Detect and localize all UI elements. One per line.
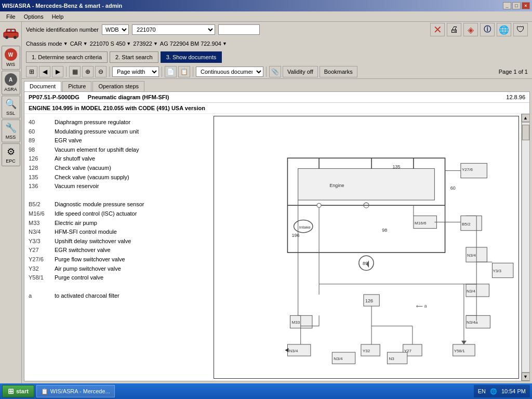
doc-date: 12.8.96 xyxy=(506,94,525,100)
taskbar-app-item[interactable]: 📋 WIS/ASRA - Mercede... xyxy=(36,385,115,397)
scroll-down-button[interactable]: ▼ xyxy=(522,373,530,381)
sidebar: W WIS A ASRA 🔍 SSL 🔧 MSS ⚙ EPC xyxy=(0,22,22,383)
doc-content: PP07.51-P-5000DG Pneumatic diagram (HFM-… xyxy=(24,91,530,381)
sidebar-item-wis[interactable]: W WIS xyxy=(2,46,20,70)
separator5 xyxy=(266,66,267,77)
bookmarks-button[interactable]: Bookmarks xyxy=(320,66,357,77)
step3-button[interactable]: 3. Show documents xyxy=(161,51,222,63)
taskbar-system-tray: EN 🌐 10:54 PM xyxy=(474,385,530,397)
table-row: 89EGR valve xyxy=(29,136,147,145)
toolbar-forward-btn[interactable]: ▶ xyxy=(52,66,63,77)
table-row: Y27/6Purge flow switchover valve xyxy=(29,255,147,264)
vehicle-row: Vehicle identification number WDB 221070… xyxy=(22,22,532,37)
globe-icon[interactable]: 🌐 xyxy=(497,23,511,36)
app-icon: 📋 xyxy=(41,388,48,395)
car-icon xyxy=(2,24,20,43)
vehicle-prefix-dropdown[interactable]: WDB xyxy=(102,24,129,35)
zoom-select[interactable]: Page width 50% 75% 100% 125% 150% xyxy=(112,66,159,77)
model-arrow: ▼ xyxy=(126,41,131,46)
table-row: 40Diaphragm pressure regulator xyxy=(29,118,147,127)
validity-button[interactable]: Validity off xyxy=(283,66,318,77)
svg-text:126: 126 xyxy=(365,298,373,303)
tab-document[interactable]: Document xyxy=(24,81,61,91)
toolbar-zoom-out-btn[interactable]: ⊖ xyxy=(95,66,107,77)
sidebar-item-asra[interactable]: A ASRA xyxy=(2,71,20,95)
car-item: CAR ▼ xyxy=(70,41,88,47)
table-row: 60Modulating pressure vacuum unit xyxy=(29,127,147,137)
table-row: Y58/1Purge control valve xyxy=(29,273,147,283)
svg-text:N3/4: N3/4 xyxy=(467,253,476,258)
model-label: 221070 S 450 xyxy=(90,41,126,47)
view-select[interactable]: Continuous document Single page Two page… xyxy=(196,66,263,77)
svg-text:Y3/3: Y3/3 xyxy=(493,269,501,273)
close-button[interactable]: × xyxy=(522,2,530,9)
vehicle-extra-input[interactable] xyxy=(218,24,260,35)
table-row: 128Check valve (vacuum) xyxy=(29,164,147,173)
svg-text:135: 135 xyxy=(393,164,401,169)
toolbar-layout-btn[interactable]: ⊞ xyxy=(26,66,37,77)
menu-help[interactable]: Help xyxy=(48,12,68,21)
sidebar-item-mss[interactable]: 🔧 MSS xyxy=(2,119,20,142)
menu-file[interactable]: File xyxy=(2,12,20,21)
toolbar-zoom-in-btn[interactable]: ⊕ xyxy=(82,66,94,77)
table-row xyxy=(29,283,147,292)
engine-item: 273922 ▼ xyxy=(133,41,158,47)
table-row xyxy=(29,191,147,201)
step2-button[interactable]: 2. Start search xyxy=(110,51,158,63)
svg-point-2 xyxy=(5,36,8,39)
shield-icon[interactable]: 🛡 xyxy=(513,23,528,36)
chassis-mode-label: Chassis mode xyxy=(26,41,62,47)
svg-rect-4 xyxy=(7,30,10,32)
svg-text:N3/4a: N3/4a xyxy=(467,321,478,325)
chassis-row: Chassis mode ▼ CAR ▼ 221070 S 450 ▼ 2739… xyxy=(22,37,532,50)
svg-text:N3/4: N3/4 xyxy=(334,356,343,361)
separator2 xyxy=(109,66,110,77)
svg-text:Y58/1: Y58/1 xyxy=(454,349,466,353)
start-button[interactable]: ⊞ start xyxy=(2,385,34,397)
scroll-up-button[interactable]: ▲ xyxy=(522,114,530,122)
toolbar-thumbs-btn[interactable]: ▦ xyxy=(69,66,81,77)
diagram-area: Engine xyxy=(211,114,521,381)
model-item: 221070 S 450 ▼ xyxy=(90,41,131,47)
svg-text:B5/2: B5/2 xyxy=(462,222,471,227)
scroll-track[interactable] xyxy=(522,122,530,373)
scroll-thumb[interactable] xyxy=(522,125,529,140)
steps-row: 1. Determine search criteria 2. Start se… xyxy=(22,50,532,64)
maximize-button[interactable]: □ xyxy=(512,2,521,9)
content-area: Vehicle identification number WDB 221070… xyxy=(22,22,532,383)
tab-picture[interactable]: Picture xyxy=(62,81,91,91)
minimize-button[interactable]: _ xyxy=(503,2,511,9)
table-row: 135Check valve (vacuum supply) xyxy=(29,173,147,182)
separator4 xyxy=(193,66,193,77)
toolbar-page-btn[interactable]: 📄 xyxy=(165,66,177,77)
svg-point-74 xyxy=(317,203,321,207)
vehicle-number-dropdown[interactable]: 221070 xyxy=(132,24,215,35)
sidebar-item-ssl[interactable]: 🔍 SSL xyxy=(2,96,20,118)
table-row: Y27EGR switchover valve xyxy=(29,246,147,255)
sidebar-item-epc[interactable]: ⚙ EPC xyxy=(2,143,20,166)
toolbar-clip-btn[interactable]: 📎 xyxy=(269,66,281,77)
info-icon[interactable]: ⓘ xyxy=(480,23,495,36)
print-icon[interactable]: 🖨 xyxy=(447,23,461,36)
svg-text:N3: N3 xyxy=(389,356,394,361)
svg-rect-5 xyxy=(11,30,15,32)
car-arrow: ▼ xyxy=(83,41,88,46)
transmission-item: AG 722904 BM 722.904 ▼ xyxy=(160,41,227,47)
tab-operation-steps[interactable]: Operation steps xyxy=(92,81,144,91)
toolbar-copy-btn[interactable]: 📋 xyxy=(178,66,190,77)
doc-header: PP07.51-P-5000DG Pneumatic diagram (HFM-… xyxy=(24,92,529,103)
toolbar-back-btn[interactable]: ◀ xyxy=(39,66,50,77)
svg-text:N3/4: N3/4 xyxy=(289,349,298,353)
transmission-label: AG 722904 BM 722.904 xyxy=(160,41,221,47)
menu-bar: File Options Help xyxy=(0,11,532,22)
table-row: 136Vacuum reservoir xyxy=(29,182,147,191)
menu-options[interactable]: Options xyxy=(20,12,48,21)
svg-text:60: 60 xyxy=(450,185,456,191)
svg-text:98: 98 xyxy=(382,228,387,233)
epc-icon: ⚙ xyxy=(7,146,15,157)
eraser-icon[interactable]: ◈ xyxy=(463,23,478,36)
cancel-icon[interactable]: ✕ xyxy=(430,23,445,36)
step1-button[interactable]: 1. Determine search criteria xyxy=(26,51,108,63)
title-bar: WIS/ASRA - Mercedes-Benz & smart - admin… xyxy=(0,0,532,11)
svg-point-3 xyxy=(14,36,17,39)
